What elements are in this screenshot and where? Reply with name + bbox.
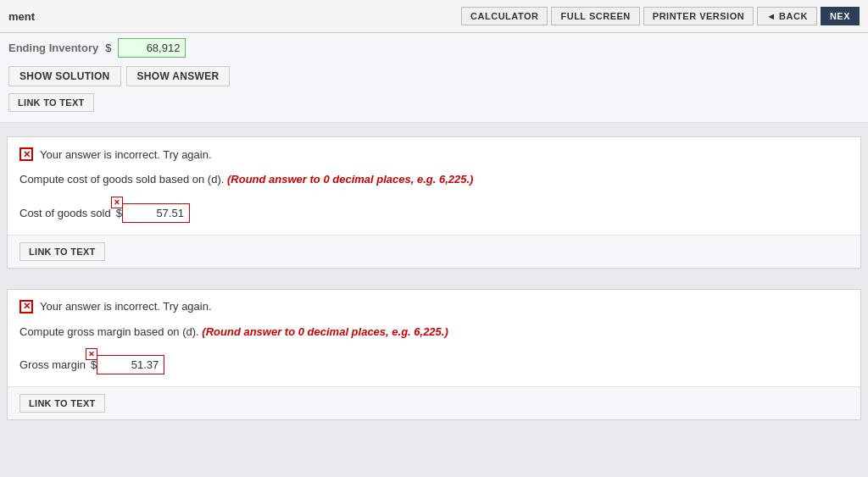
question-text-1: Compute cost of goods sold based on (d). [19, 173, 224, 186]
error-message-1: Your answer is incorrect. Try again. [40, 148, 212, 161]
ending-inventory-input[interactable] [118, 38, 186, 58]
footer-1: LINK TO TEXT [8, 235, 860, 268]
show-solution-button[interactable]: SHOW SOLUTION [8, 66, 121, 86]
printer-button[interactable]: PRINTER VERSION [643, 7, 754, 25]
calculator-button[interactable]: CALCULATOR [461, 7, 548, 25]
link-to-text-button-1[interactable]: LINK TO TEXT [19, 242, 105, 261]
cost-of-goods-input[interactable] [122, 203, 190, 223]
error-header-2: ✕ Your answer is incorrect. Try again. [8, 290, 860, 319]
fullscreen-button[interactable]: FULL SCREEN [551, 7, 639, 25]
divider2 [0, 275, 868, 282]
gross-margin-section: ✕ Your answer is incorrect. Try again. C… [7, 289, 861, 421]
cost-of-goods-label: Cost of goods sold [19, 207, 111, 219]
cost-input-wrapper: ✕ $ [116, 203, 190, 223]
incorrect-mark-2: ✕ [86, 348, 97, 360]
back-button[interactable]: ◄ BACK [757, 7, 817, 25]
answer-row-2: Gross margin ✕ $ [8, 348, 860, 386]
gross-margin-label: Gross margin [19, 358, 86, 371]
error-icon-1: ✕ [19, 147, 33, 161]
error-icon-2: ✕ [19, 300, 33, 313]
solution-buttons: SHOW SOLUTION SHOW ANSWER [8, 66, 860, 86]
next-button[interactable]: NEX [821, 7, 860, 25]
page-title: ment [8, 10, 35, 23]
dollar-sign-1: $ [116, 207, 122, 219]
link-to-text-button-2[interactable]: LINK TO TEXT [19, 394, 105, 413]
dollar-sign: $ [105, 42, 111, 54]
error-header-1: ✕ Your answer is incorrect. Try again. [8, 137, 860, 166]
gross-input-wrapper: ✕ $ [91, 355, 164, 374]
footer-2: LINK TO TEXT [8, 386, 860, 419]
gross-margin-input[interactable] [97, 355, 164, 374]
question-2: Compute gross margin based on (d). (Roun… [8, 319, 860, 349]
link-to-text-button-top[interactable]: LINK TO TEXT [8, 93, 94, 112]
dollar-sign-2: $ [91, 358, 97, 371]
question-1: Compute cost of goods sold based on (d).… [8, 166, 860, 197]
ending-inventory-label: Ending Inventory [8, 42, 98, 54]
toolbar: ment CALCULATOR FULL SCREEN PRINTER VERS… [0, 0, 868, 33]
incorrect-mark-1: ✕ [111, 197, 123, 208]
show-answer-button[interactable]: SHOW ANSWER [126, 66, 231, 86]
question-hint-2: (Round answer to 0 decimal places, e.g. … [202, 325, 448, 338]
error-message-2: Your answer is incorrect. Try again. [40, 300, 212, 313]
question-text-2: Compute gross margin based on (d). [19, 325, 199, 338]
ending-inventory-row: Ending Inventory $ [8, 38, 860, 58]
question-hint-1: (Round answer to 0 decimal places, e.g. … [227, 173, 473, 186]
ending-inventory-section: Ending Inventory $ SHOW SOLUTION SHOW AN… [0, 33, 868, 123]
answer-row-1: Cost of goods sold ✕ $ [8, 197, 860, 235]
divider1 [0, 123, 868, 130]
cost-of-goods-section: ✕ Your answer is incorrect. Try again. C… [7, 136, 861, 269]
